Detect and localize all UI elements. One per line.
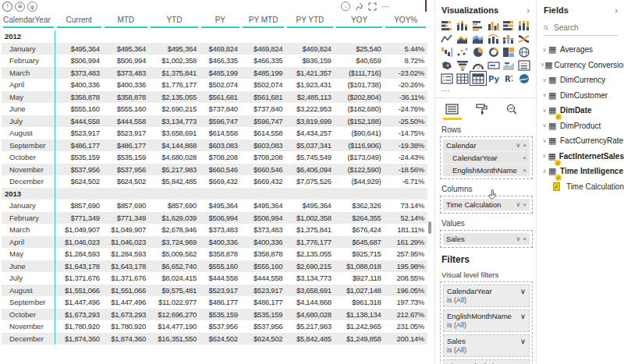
row-header[interactable]: April bbox=[2, 79, 55, 91]
hundred-stacked-bar-chart-icon[interactable] bbox=[502, 19, 516, 31]
row-header[interactable]: May bbox=[2, 248, 55, 260]
slicer-icon[interactable] bbox=[517, 59, 531, 71]
area-chart-icon[interactable] bbox=[456, 33, 470, 44]
matrix-row-january[interactable]: January$857,690$857,690$857,690$495,364$… bbox=[2, 200, 427, 212]
chevron-down-icon[interactable]: ∨ bbox=[520, 337, 526, 345]
filter-card-englishmonthname[interactable]: EnglishMonthName∨is (All) bbox=[443, 309, 530, 332]
drill-down-double-icon[interactable]: ⇊ bbox=[15, 2, 25, 12]
well-field-sales[interactable]: Sales∨× bbox=[443, 233, 530, 245]
matrix-row-december[interactable]: December$624,502$624,502$5,842,485$669,4… bbox=[2, 175, 427, 188]
matrix-row-november[interactable]: November$537,956$537,956$5,217,983$660,5… bbox=[2, 164, 427, 176]
row-header[interactable]: September bbox=[2, 296, 55, 309]
matrix-icon[interactable] bbox=[471, 72, 485, 84]
chevron-down-icon[interactable]: ∨ bbox=[541, 77, 548, 83]
matrix-row-october[interactable]: October$1,673,293$1,673,293$12,696,270$5… bbox=[2, 309, 427, 321]
chevron-down-icon[interactable]: ∨ bbox=[516, 201, 520, 208]
matrix-row-may[interactable]: May$1,284,593$1,284,593$5,009,562$358,87… bbox=[2, 248, 427, 260]
scatter-chart-icon[interactable] bbox=[456, 46, 470, 58]
fields-table-factcurrencyrate[interactable]: ∨▦FactCurrencyRate bbox=[537, 133, 624, 149]
fields-table-currency-conversion[interactable]: ∨▦Currency Conversion bbox=[537, 58, 624, 73]
remove-field-icon[interactable]: × bbox=[523, 235, 526, 242]
multi-row-card-icon[interactable] bbox=[440, 72, 454, 84]
remove-field-icon[interactable]: × bbox=[523, 142, 526, 149]
matrix-row-march[interactable]: March$1,049,907$1,049,907$2,678,946$373,… bbox=[2, 224, 427, 236]
r-script-visual-icon[interactable]: R bbox=[502, 72, 516, 84]
column-header-yoy-[interactable]: YOY% bbox=[384, 13, 427, 30]
fields-table-dimcurrency[interactable]: ∨▦DimCurrency bbox=[537, 72, 624, 88]
matrix-row-april[interactable]: April$1,046,023$1,046,023$3,724,969$400,… bbox=[2, 236, 427, 249]
column-header-ytd[interactable]: YTD bbox=[149, 13, 200, 30]
filter-card-time-calculation[interactable]: Time Calculation∨×is Current, MTD, YTD, … bbox=[443, 359, 530, 364]
fields-table-dimdate[interactable]: ∨▦✓DimDate bbox=[537, 103, 624, 118]
row-header[interactable]: December bbox=[2, 175, 55, 188]
matrix-row-august[interactable]: August$523,917$523,917$3,658,691$614,558… bbox=[2, 127, 427, 140]
row-header[interactable]: June bbox=[2, 260, 55, 273]
card-icon[interactable] bbox=[487, 59, 501, 71]
matrix-row-february[interactable]: February$506,994$506,994$1,002,358$466,3… bbox=[2, 55, 427, 67]
column-header-yoy[interactable]: YOY bbox=[335, 13, 385, 30]
gauge-icon[interactable] bbox=[471, 59, 485, 71]
clustered-column-chart-icon[interactable] bbox=[487, 19, 501, 31]
row-header[interactable]: February bbox=[2, 55, 55, 67]
remove-field-icon[interactable]: × bbox=[523, 201, 526, 208]
donut-chart-icon[interactable] bbox=[487, 46, 501, 58]
fields-table-dimcustomer[interactable]: ∨▦DimCustomer bbox=[537, 88, 624, 104]
tab-analytics[interactable] bbox=[502, 104, 521, 120]
chevron-down-icon[interactable]: ∨ bbox=[520, 312, 526, 320]
stacked-area-chart-icon[interactable] bbox=[471, 33, 485, 44]
treemap-icon[interactable] bbox=[502, 46, 516, 58]
row-header[interactable]: February bbox=[2, 212, 55, 224]
matrix-row-june[interactable]: June$555,160$555,160$2,690,215$737,840$7… bbox=[2, 103, 427, 115]
row-header[interactable]: August bbox=[2, 284, 55, 297]
column-header-calendaryear[interactable]: CalendarYear bbox=[2, 13, 55, 30]
matrix-row-december[interactable]: December$1,874,360$1,874,360$16,351,550$… bbox=[2, 333, 427, 345]
line-clustered-column-chart-icon[interactable] bbox=[502, 33, 516, 44]
matrix-row-october[interactable]: October$535,159$535,159$4,680,028$708,20… bbox=[2, 151, 427, 164]
chevron-down-icon[interactable]: ∨ bbox=[541, 47, 548, 53]
page-scrollbar-thumb[interactable] bbox=[428, 221, 431, 234]
chevron-up-icon[interactable]: ∧ bbox=[541, 168, 548, 175]
stacked-bar-chart-icon[interactable] bbox=[440, 19, 454, 31]
row-header[interactable]: March bbox=[2, 224, 55, 236]
matrix-row-september[interactable]: September$486,177$486,177$4,144,868$603,… bbox=[2, 140, 427, 152]
clustered-bar-chart-icon[interactable] bbox=[471, 19, 485, 31]
collapse-pane-icon[interactable]: › bbox=[526, 5, 530, 15]
matrix-row-may[interactable]: May$358,878$358,878$2,135,055$561,681$56… bbox=[2, 91, 427, 104]
chevron-down-icon[interactable]: ∨ bbox=[516, 142, 520, 149]
row-header[interactable]: October bbox=[2, 151, 55, 164]
chevron-down-icon[interactable]: ∨ bbox=[541, 108, 548, 114]
fields-table-dimproduct[interactable]: ∨▦DimProduct bbox=[537, 118, 624, 134]
row-header[interactable]: October bbox=[2, 309, 55, 321]
chevron-down-icon[interactable]: ∨ bbox=[516, 235, 520, 242]
fields-search-input[interactable] bbox=[552, 23, 618, 33]
column-header-py[interactable]: PY bbox=[200, 13, 241, 30]
matrix-row-november[interactable]: November$1,780,920$1,780,920$14,477,190$… bbox=[2, 320, 427, 333]
tab-format[interactable] bbox=[473, 104, 491, 120]
matrix-row-2012[interactable]: 2012 bbox=[2, 30, 427, 43]
row-header[interactable]: July bbox=[2, 115, 55, 128]
rows-well[interactable]: Calendar∨×CalendarYear×EnglishMonthName× bbox=[440, 136, 533, 179]
chevron-down-icon[interactable]: ∨ bbox=[541, 92, 548, 98]
pie-chart-icon[interactable] bbox=[471, 46, 485, 58]
matrix-row-june[interactable]: June$1,643,178$1,643,178$6,652,740$555,1… bbox=[2, 260, 427, 273]
line-stacked-column-chart-icon[interactable] bbox=[487, 33, 501, 44]
row-header[interactable]: November bbox=[2, 164, 55, 176]
kpi-icon[interactable] bbox=[502, 59, 516, 71]
funnel-icon[interactable] bbox=[456, 59, 470, 71]
row-header[interactable]: 2013 bbox=[2, 188, 55, 200]
well-field-englishmonthname[interactable]: EnglishMonthName× bbox=[443, 164, 530, 176]
matrix-row-august[interactable]: August$1,551,066$1,551,066$9,575,481$523… bbox=[2, 284, 427, 297]
column-header-py-ytd[interactable]: PY YTD bbox=[285, 13, 334, 30]
matrix-row-2013[interactable]: 2013 bbox=[2, 188, 427, 200]
remove-field-icon[interactable]: × bbox=[523, 154, 526, 161]
column-header-py-mtd[interactable]: PY MTD bbox=[241, 13, 286, 30]
chevron-down-icon[interactable]: ∨ bbox=[520, 287, 526, 295]
field-time-calculation[interactable]: ✓Time Calculation bbox=[537, 179, 624, 195]
column-header-mtd[interactable]: MTD bbox=[103, 13, 149, 30]
map-icon[interactable] bbox=[517, 46, 531, 58]
well-field-calendaryear[interactable]: CalendarYear× bbox=[443, 151, 530, 164]
table-icon[interactable] bbox=[456, 72, 470, 84]
filter-card-sales[interactable]: Sales∨is (All) bbox=[443, 334, 530, 357]
matrix-row-april[interactable]: April$400,336$400,336$1,776,177$502,074$… bbox=[2, 79, 427, 91]
hundred-stacked-column-chart-icon[interactable] bbox=[517, 19, 531, 31]
